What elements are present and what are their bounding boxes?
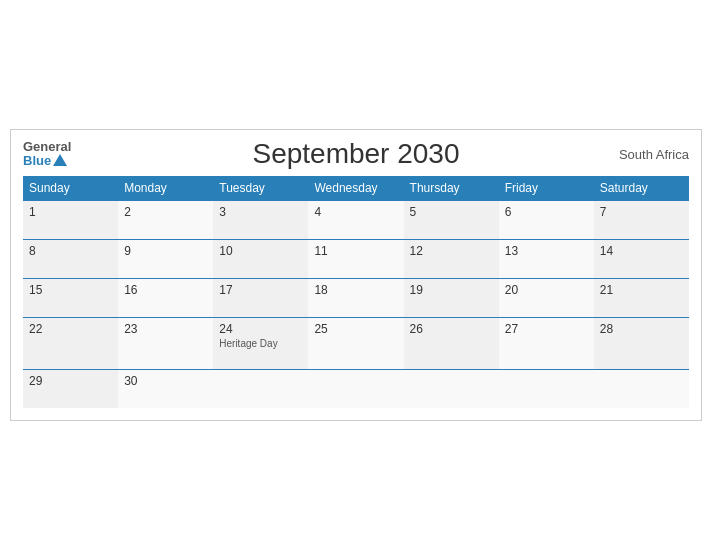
country-label: South Africa bbox=[619, 147, 689, 162]
day-number: 22 bbox=[29, 322, 112, 336]
calendar-cell: 28 bbox=[594, 318, 689, 370]
calendar-cell bbox=[213, 370, 308, 409]
calendar-cell bbox=[404, 370, 499, 409]
calendar-cell: 24Heritage Day bbox=[213, 318, 308, 370]
calendar-cell: 17 bbox=[213, 279, 308, 318]
calendar-cell: 15 bbox=[23, 279, 118, 318]
day-number: 9 bbox=[124, 244, 207, 258]
day-number: 28 bbox=[600, 322, 683, 336]
day-number: 16 bbox=[124, 283, 207, 297]
calendar-grid: Sunday Monday Tuesday Wednesday Thursday… bbox=[23, 176, 689, 408]
day-number: 4 bbox=[314, 205, 397, 219]
day-number: 10 bbox=[219, 244, 302, 258]
header-tuesday: Tuesday bbox=[213, 176, 308, 201]
calendar-cell: 26 bbox=[404, 318, 499, 370]
calendar-cell: 20 bbox=[499, 279, 594, 318]
calendar-cell: 5 bbox=[404, 201, 499, 240]
calendar-cell: 19 bbox=[404, 279, 499, 318]
calendar-body: 123456789101112131415161718192021222324H… bbox=[23, 201, 689, 409]
calendar-title: September 2030 bbox=[252, 138, 459, 170]
calendar-row-1: 1234567 bbox=[23, 201, 689, 240]
header-saturday: Saturday bbox=[594, 176, 689, 201]
calendar-cell: 21 bbox=[594, 279, 689, 318]
day-number: 25 bbox=[314, 322, 397, 336]
day-number: 7 bbox=[600, 205, 683, 219]
logo-triangle-icon bbox=[53, 154, 67, 166]
calendar-cell: 25 bbox=[308, 318, 403, 370]
calendar-cell: 7 bbox=[594, 201, 689, 240]
header-monday: Monday bbox=[118, 176, 213, 201]
logo-blue: Blue bbox=[23, 154, 51, 168]
calendar-cell: 12 bbox=[404, 240, 499, 279]
day-number: 8 bbox=[29, 244, 112, 258]
calendar-cell: 10 bbox=[213, 240, 308, 279]
calendar-row-4: 222324Heritage Day25262728 bbox=[23, 318, 689, 370]
header-friday: Friday bbox=[499, 176, 594, 201]
calendar-cell: 23 bbox=[118, 318, 213, 370]
weekday-header-row: Sunday Monday Tuesday Wednesday Thursday… bbox=[23, 176, 689, 201]
day-number: 2 bbox=[124, 205, 207, 219]
calendar-container: General Blue September 2030 South Africa… bbox=[10, 129, 702, 422]
calendar-cell: 11 bbox=[308, 240, 403, 279]
calendar-cell bbox=[594, 370, 689, 409]
calendar-row-5: 2930 bbox=[23, 370, 689, 409]
day-number: 15 bbox=[29, 283, 112, 297]
calendar-cell: 30 bbox=[118, 370, 213, 409]
day-number: 30 bbox=[124, 374, 207, 388]
calendar-cell: 9 bbox=[118, 240, 213, 279]
calendar-cell: 2 bbox=[118, 201, 213, 240]
calendar-cell bbox=[499, 370, 594, 409]
day-number: 5 bbox=[410, 205, 493, 219]
calendar-cell: 22 bbox=[23, 318, 118, 370]
day-number: 27 bbox=[505, 322, 588, 336]
day-number: 24 bbox=[219, 322, 302, 336]
day-number: 29 bbox=[29, 374, 112, 388]
day-number: 3 bbox=[219, 205, 302, 219]
calendar-cell: 18 bbox=[308, 279, 403, 318]
day-number: 13 bbox=[505, 244, 588, 258]
header-wednesday: Wednesday bbox=[308, 176, 403, 201]
day-number: 18 bbox=[314, 283, 397, 297]
calendar-cell: 16 bbox=[118, 279, 213, 318]
day-number: 19 bbox=[410, 283, 493, 297]
header-sunday: Sunday bbox=[23, 176, 118, 201]
holiday-label: Heritage Day bbox=[219, 338, 302, 349]
calendar-cell: 4 bbox=[308, 201, 403, 240]
calendar-cell: 13 bbox=[499, 240, 594, 279]
day-number: 20 bbox=[505, 283, 588, 297]
day-number: 12 bbox=[410, 244, 493, 258]
calendar-cell: 14 bbox=[594, 240, 689, 279]
calendar-cell: 6 bbox=[499, 201, 594, 240]
calendar-row-3: 15161718192021 bbox=[23, 279, 689, 318]
calendar-cell: 1 bbox=[23, 201, 118, 240]
day-number: 1 bbox=[29, 205, 112, 219]
header-thursday: Thursday bbox=[404, 176, 499, 201]
day-number: 14 bbox=[600, 244, 683, 258]
day-number: 21 bbox=[600, 283, 683, 297]
calendar-cell: 8 bbox=[23, 240, 118, 279]
calendar-cell: 29 bbox=[23, 370, 118, 409]
day-number: 23 bbox=[124, 322, 207, 336]
day-number: 17 bbox=[219, 283, 302, 297]
calendar-cell: 3 bbox=[213, 201, 308, 240]
calendar-row-2: 891011121314 bbox=[23, 240, 689, 279]
calendar-cell bbox=[308, 370, 403, 409]
day-number: 11 bbox=[314, 244, 397, 258]
day-number: 26 bbox=[410, 322, 493, 336]
day-number: 6 bbox=[505, 205, 588, 219]
logo-general: General bbox=[23, 140, 71, 154]
calendar-cell: 27 bbox=[499, 318, 594, 370]
logo: General Blue bbox=[23, 140, 71, 169]
calendar-header: General Blue September 2030 South Africa bbox=[23, 140, 689, 169]
